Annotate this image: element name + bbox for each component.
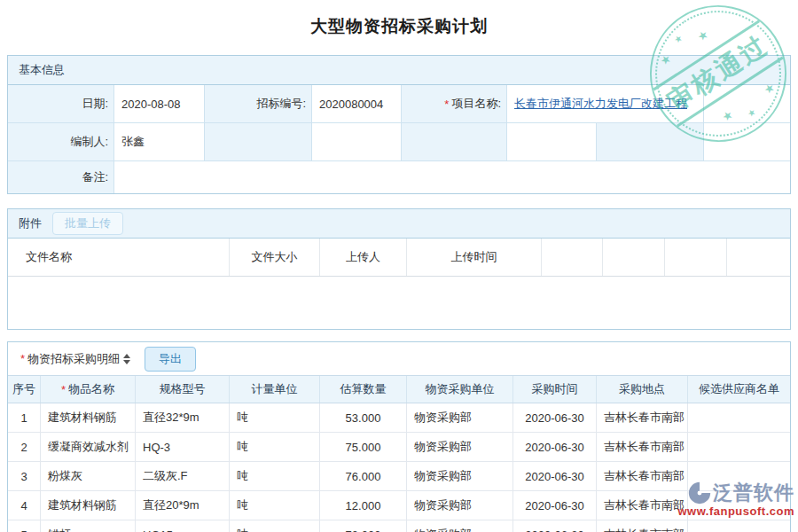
preparer-label: 编制人: — [8, 123, 114, 160]
batch-upload-button[interactable]: 批量上传 — [52, 212, 123, 235]
attachments-table-header: 文件名称 文件大小 上传人 上传时间 — [8, 239, 790, 277]
cell-est-qty: 12.000 — [320, 491, 407, 520]
basic-info-header: 基本信息 — [8, 56, 790, 85]
required-icon: * — [61, 383, 66, 396]
cell-unit: 吨 — [230, 491, 320, 520]
empty-col — [603, 239, 665, 276]
details-title: 物资招标采购明细 — [27, 351, 120, 367]
cell-seq: 5 — [8, 520, 41, 532]
col-purchase-dept: 物资采购单位 — [407, 376, 513, 403]
bid-no-label: 招标编号: — [205, 85, 312, 122]
date-value: 2020-08-08 — [114, 85, 205, 122]
cell-est-qty: 76.000 — [320, 462, 407, 490]
col-file-size: 文件大小 — [230, 239, 320, 276]
col-uploader: 上传人 — [320, 239, 407, 276]
basic-info-row-2: 编制人: 张鑫 — [8, 123, 790, 161]
empty-col — [727, 239, 790, 276]
cell-est-qty: 53.000 — [320, 403, 407, 432]
remark-value — [114, 161, 790, 193]
empty-col — [665, 239, 727, 276]
cell-seq: 1 — [8, 403, 41, 432]
cell-purchase-dept: 物资采购部 — [407, 462, 513, 490]
cell-purchase-place: 吉林长春市南部 — [597, 462, 688, 490]
col-seq: 序号 — [8, 376, 41, 403]
cell-item-name: 建筑材料钢筋 — [41, 403, 136, 432]
project-name-cell: 长春市伊通河水力发电厂改建工程 — [507, 85, 704, 122]
cell-purchase-place: 吉林长春市南部 — [597, 491, 688, 520]
cell-item-name: 粉煤灰 — [41, 462, 136, 490]
attachments-panel: 附件 批量上传 文件名称 文件大小 上传人 上传时间 — [7, 208, 791, 330]
details-table-header: 序号 * 物品名称 规格型号 计量单位 估算数量 物资采购单位 采购时间 采购地… — [8, 375, 790, 403]
cell-candidate-suppliers — [688, 520, 790, 532]
table-row: 3 粉煤灰 二级灰.F 吨 76.000 物资采购部 2020-06-30 吉林… — [8, 462, 790, 491]
cell-purchase-dept: 物资采购部 — [407, 520, 513, 532]
brand-url: www.fanpusoft.com — [677, 505, 794, 518]
cell-unit: 吨 — [230, 520, 320, 532]
table-row: 5 锚杆 HQ15 吨 73.000 物资采购部 2020-06-30 吉林长春… — [8, 520, 790, 532]
col-est-qty: 估算数量 — [320, 376, 407, 403]
empty-cell — [312, 123, 402, 160]
cell-spec: HQ-3 — [136, 433, 230, 461]
required-icon: * — [444, 98, 449, 111]
remark-label: 备注: — [8, 161, 114, 193]
cell-spec: HQ15 — [136, 520, 230, 532]
col-purchase-time: 采购时间 — [513, 376, 597, 403]
cell-purchase-place: 吉林长春市南部 — [597, 433, 688, 461]
project-name-link[interactable]: 长春市伊通河水力发电厂改建工程 — [514, 96, 687, 112]
cell-spec: 二级灰.F — [136, 462, 230, 490]
cell-unit: 吨 — [230, 403, 320, 432]
cell-item-name: 锚杆 — [41, 520, 136, 532]
cell-purchase-time: 2020-06-30 — [513, 520, 597, 532]
cell-purchase-time: 2020-06-30 — [513, 462, 597, 490]
cell-purchase-dept: 物资采购部 — [407, 403, 513, 432]
cell-spec: 直径32*9m — [136, 403, 230, 432]
basic-info-row-3: 备注: — [8, 161, 790, 193]
cell-unit: 吨 — [230, 433, 320, 461]
empty-cell — [597, 123, 704, 160]
empty-cell — [704, 123, 790, 160]
cell-purchase-dept: 物资采购部 — [407, 433, 513, 461]
col-unit: 计量单位 — [230, 376, 320, 403]
cell-est-qty: 75.000 — [320, 433, 407, 461]
fanpu-logo-icon — [688, 481, 711, 505]
cell-seq: 2 — [8, 433, 41, 461]
empty-cell — [507, 123, 597, 160]
col-item-name: * 物品名称 — [41, 376, 136, 403]
vendor-watermark: 泛普软件 www.fanpusoft.com — [677, 480, 794, 518]
basic-info-title: 基本信息 — [19, 56, 65, 84]
cell-purchase-dept: 物资采购部 — [407, 491, 513, 520]
table-row: 4 建筑材料钢筋 直径20*9m 吨 12.000 物资采购部 2020-06-… — [8, 491, 790, 520]
col-spec: 规格型号 — [136, 376, 230, 403]
required-icon: * — [20, 352, 25, 365]
export-button[interactable]: 导出 — [145, 347, 196, 372]
cell-purchase-time: 2020-06-30 — [513, 403, 597, 432]
attachments-empty-body — [8, 277, 790, 329]
empty-cell — [205, 123, 312, 160]
empty-cell — [402, 123, 507, 160]
col-file-name: 文件名称 — [8, 239, 230, 276]
cell-purchase-place: 吉林长春市南部 — [597, 520, 688, 532]
col-candidate-suppliers: 候选供应商名单 — [688, 376, 790, 403]
attachments-title: 附件 — [19, 209, 42, 238]
sort-icon[interactable] — [123, 354, 130, 364]
project-name-label: * 项目名称: — [402, 85, 507, 122]
details-panel: * 物资招标采购明细 导出 序号 * 物品名称 规格型号 计量单位 估算数量 物… — [7, 341, 791, 532]
date-label: 日期: — [8, 85, 114, 122]
basic-info-row-1: 日期: 2020-08-08 招标编号: 2020080004 * 项目名称: … — [8, 85, 790, 123]
attachments-header: 附件 批量上传 — [8, 209, 790, 239]
cell-purchase-time: 2020-06-30 — [513, 491, 597, 520]
col-upload-time: 上传时间 — [407, 239, 542, 276]
cell-purchase-time: 2020-06-30 — [513, 433, 597, 461]
page-title: 大型物资招标采购计划 — [0, 15, 798, 38]
cell-item-name: 建筑材料钢筋 — [41, 491, 136, 520]
bid-no-value: 2020080004 — [312, 85, 402, 122]
empty-col — [542, 239, 603, 276]
details-title-row: * 物资招标采购明细 导出 — [8, 342, 790, 375]
preparer-value: 张鑫 — [114, 123, 205, 160]
cell-candidate-suppliers — [688, 433, 790, 461]
cell-item-name: 缓凝商效减水剂 — [41, 433, 136, 461]
col-purchase-place: 采购地点 — [597, 376, 688, 403]
basic-info-panel: 基本信息 日期: 2020-08-08 招标编号: 2020080004 * 项… — [7, 55, 791, 194]
cell-seq: 3 — [8, 462, 41, 490]
cell-purchase-place: 吉林长春市南部 — [597, 403, 688, 432]
